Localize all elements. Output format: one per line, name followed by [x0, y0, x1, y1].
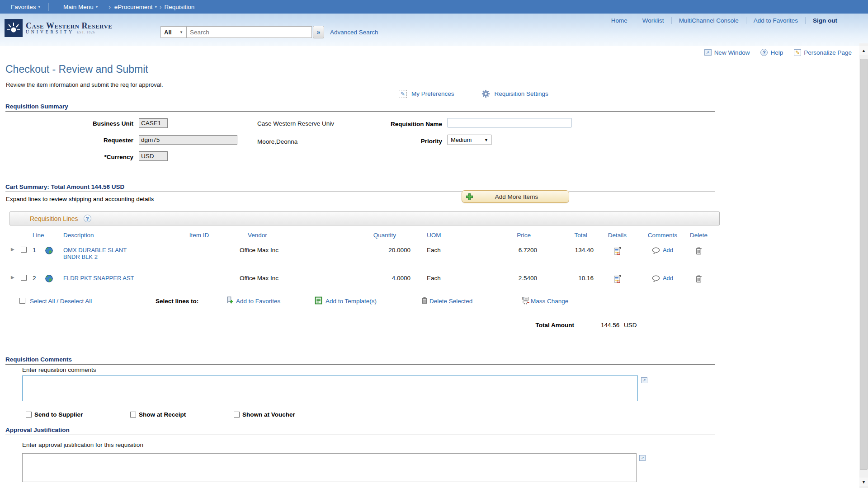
sign-out-link[interactable]: Sign out	[806, 17, 844, 24]
priority-select[interactable]: Medium ▼	[448, 135, 491, 145]
requisition-comments-heading: Requisition Comments	[5, 356, 72, 363]
line-details-icon[interactable]	[594, 274, 641, 284]
requisition-lines-heading: Requisition Lines	[30, 215, 78, 222]
expand-approval-icon[interactable]: ↗	[639, 455, 646, 461]
cwru-wordmark: Case Western Reserve UNIVERSITY EST. 182…	[26, 22, 113, 34]
item-description-link[interactable]: FLDR PKT SNAPPER AST	[63, 275, 134, 282]
vertical-scrollbar[interactable]: ▲ ▼	[859, 43, 868, 488]
add-more-items-button[interactable]: Add More Items	[462, 190, 569, 203]
select-lines-to-label: Select lines to:	[156, 298, 198, 305]
logo-line2: UNIVERSITY	[26, 30, 74, 34]
send-to-supplier-checkbox[interactable]	[26, 412, 32, 418]
business-unit-description: Case Western Reserve Univ	[257, 120, 334, 127]
new-window-link[interactable]: New Window	[714, 49, 750, 56]
search-go-button[interactable]: »	[313, 26, 324, 38]
requisition-name-label: Requisition Name	[352, 121, 442, 127]
requisition-name-field[interactable]	[448, 118, 571, 127]
search-scope-select[interactable]: All ▼	[160, 26, 186, 38]
section-divider	[5, 111, 715, 112]
search-scope-value: All	[164, 29, 172, 36]
total-amount-value: 144.56 USD	[601, 322, 637, 328]
col-total: Total	[537, 231, 594, 239]
priority-label: Priority	[352, 138, 442, 145]
breadcrumb-arrow-icon: ›	[108, 4, 110, 10]
item-description-link[interactable]: OMX DURABLE SLANT BNDR BLK 2	[63, 247, 144, 260]
approval-justification-textarea[interactable]	[22, 453, 637, 482]
comment-bubble-icon[interactable]	[652, 247, 660, 254]
top-nav-bar: Favorites ▾ Main Menu ▾ › eProcurement ▾…	[0, 0, 868, 14]
scroll-up-icon[interactable]: ▲	[859, 46, 868, 55]
delete-selected-action[interactable]: Delete Selected	[429, 298, 472, 305]
cell-vendor: Office Max Inc	[234, 246, 356, 253]
eprocurement-caret-icon[interactable]: ▾	[155, 5, 157, 9]
my-preferences-link[interactable]: My Preferences	[411, 90, 454, 97]
scrollbar-thumb[interactable]	[860, 59, 868, 470]
delete-line-icon[interactable]	[684, 274, 713, 283]
expand-row-icon[interactable]: ▶	[8, 246, 21, 252]
cell-vendor: Office Max Inc	[234, 274, 356, 282]
add-to-favorites-action[interactable]: Add to Favorites	[236, 298, 280, 305]
globe-icon[interactable]	[45, 246, 58, 254]
shown-at-voucher-checkbox[interactable]	[234, 412, 240, 418]
select-lines-row: Select All / Deselect All Select lines t…	[0, 296, 723, 309]
multichannel-console-link[interactable]: MultiChannel Console	[672, 17, 746, 24]
header-band: Home Worklist MultiChannel Console Add t…	[0, 14, 868, 46]
search-input[interactable]	[186, 26, 312, 38]
total-amount-currency: USD	[624, 322, 637, 328]
add-to-favorites-icon	[226, 296, 233, 305]
expand-comments-icon[interactable]: ↗	[641, 377, 647, 383]
send-to-supplier-option: Send to Supplier	[26, 411, 83, 418]
delete-line-icon[interactable]	[684, 246, 713, 255]
cell-item-id	[164, 274, 234, 275]
show-at-receipt-checkbox[interactable]	[130, 412, 136, 418]
breadcrumb-eprocurement[interactable]: eProcurement	[114, 4, 153, 10]
requisition-comments-textarea[interactable]	[22, 375, 638, 401]
business-unit-field[interactable]	[139, 118, 168, 128]
nav-main-menu[interactable]: Main Menu	[63, 4, 94, 10]
col-delete: Delete	[684, 231, 713, 239]
add-comment-link[interactable]: Add	[663, 275, 673, 282]
show-at-receipt-option: Show at Receipt	[130, 411, 186, 418]
requester-description: Moore,Deonna	[257, 138, 297, 145]
col-item-id: Item ID	[164, 231, 234, 239]
global-search: All ▼ » Advanced Search	[160, 26, 378, 38]
business-unit-label: Business Unit	[43, 120, 133, 127]
new-window-icon: ↗	[704, 49, 712, 56]
currency-field[interactable]	[139, 151, 168, 161]
add-comment-link[interactable]: Add	[663, 247, 673, 253]
favorites-caret-icon[interactable]: ▾	[38, 5, 41, 9]
peoplesoft-checkout-page: Favorites ▾ Main Menu ▾ › eProcurement ▾…	[0, 0, 868, 488]
personalize-page-link[interactable]: Personalize Page	[804, 49, 852, 56]
comment-bubble-icon[interactable]	[652, 275, 660, 282]
add-to-templates-action[interactable]: Add to Template(s)	[326, 298, 377, 305]
expand-row-icon[interactable]: ▶	[8, 274, 21, 280]
help-circle-icon[interactable]: ?	[84, 215, 91, 222]
home-link[interactable]: Home	[604, 17, 635, 24]
requisition-lines-bar: Requisition Lines ?	[9, 211, 720, 225]
line-details-icon[interactable]	[594, 246, 641, 256]
add-more-items-label: Add More Items	[473, 193, 560, 200]
scroll-down-icon[interactable]: ▼	[859, 478, 868, 486]
requisition-settings-link[interactable]: Requisition Settings	[495, 90, 548, 97]
utility-links: ↗ New Window ? Help ✎ Personalize Page	[698, 49, 852, 56]
col-vendor: Vendor	[234, 231, 356, 239]
mass-change-action[interactable]: Mass Change	[531, 298, 568, 305]
table-row: ▶ 1 OMX DURABLE SLANT BNDR BLK 2 Office …	[8, 246, 713, 260]
help-icon: ?	[760, 49, 768, 56]
requisition-summary-heading: Requisition Summary	[5, 103, 68, 110]
line-1-checkbox[interactable]	[21, 247, 27, 253]
help-link[interactable]: Help	[770, 49, 783, 56]
advanced-search-link[interactable]: Advanced Search	[330, 29, 378, 36]
select-all-link[interactable]: Select All / Deselect All	[30, 298, 92, 305]
globe-icon[interactable]	[45, 274, 58, 282]
breadcrumb-requisition[interactable]: Requisition	[164, 4, 194, 10]
section-divider	[5, 192, 715, 192]
logo-line1: Case Western Reserve	[26, 22, 113, 30]
add-to-favorites-link[interactable]: Add to Favorites	[746, 17, 805, 24]
line-2-checkbox[interactable]	[21, 275, 27, 281]
requester-field[interactable]	[139, 135, 237, 145]
nav-favorites[interactable]: Favorites	[11, 4, 36, 10]
select-all-checkbox[interactable]	[19, 298, 25, 304]
worklist-link[interactable]: Worklist	[635, 17, 671, 24]
main-menu-caret-icon[interactable]: ▾	[96, 5, 98, 9]
